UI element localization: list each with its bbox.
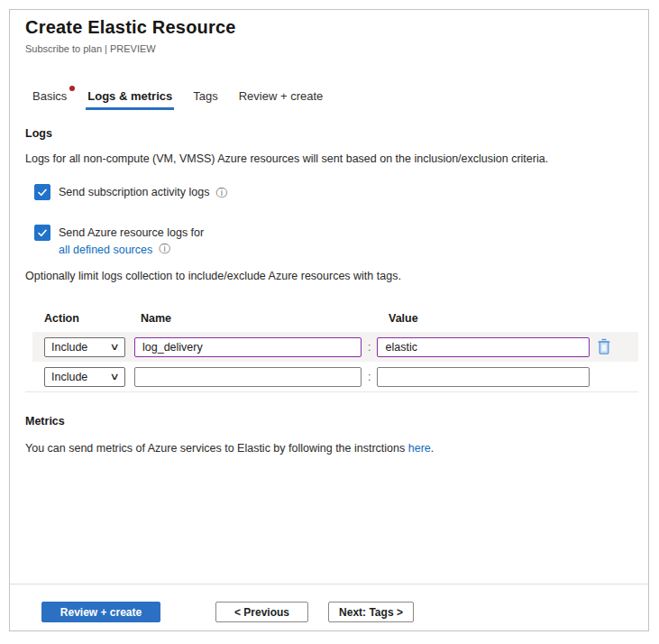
activity-logs-label: Send subscription activity logs xyxy=(59,184,209,198)
tag-filter-row: Include ∨ : xyxy=(32,363,638,391)
metrics-section-heading: Metrics xyxy=(25,415,65,428)
action-select-value: Include xyxy=(51,371,87,383)
tag-filter-row: Include ∨ : xyxy=(32,332,638,362)
resource-logs-checkbox-row: Send Azure resource logs for all defined… xyxy=(34,225,204,257)
resource-logs-checkbox[interactable] xyxy=(34,225,50,241)
name-value-separator: : xyxy=(368,341,371,354)
tag-name-input[interactable] xyxy=(134,337,362,357)
screenshot-root: Create Elastic Resource Subscribe to pla… xyxy=(0,0,659,644)
tab-review-create-label: Review + create xyxy=(239,89,324,103)
info-icon[interactable]: ⓘ xyxy=(215,184,227,201)
activity-logs-checkbox[interactable] xyxy=(34,184,50,200)
activity-logs-checkbox-row: Send subscription activity logs ⓘ xyxy=(34,184,227,201)
error-dot-icon xyxy=(69,86,75,91)
footer-divider xyxy=(10,584,648,584)
tab-tags[interactable]: Tags xyxy=(191,89,219,110)
delete-row-button[interactable] xyxy=(597,338,611,355)
name-value-separator: : xyxy=(368,371,371,383)
info-icon[interactable]: ⓘ xyxy=(159,242,170,257)
logs-description: Logs for all non-compute (VM, VMSS) Azur… xyxy=(25,152,548,165)
action-select[interactable]: Include ∨ xyxy=(44,337,125,357)
tab-bar: Basics Logs & metrics Tags Review + crea… xyxy=(31,89,325,110)
page-subtitle: Subscribe to plan | PREVIEW xyxy=(25,43,156,54)
tag-value-input[interactable] xyxy=(377,367,590,387)
section-divider xyxy=(25,391,638,392)
tab-logs-metrics-label: Logs & metrics xyxy=(87,89,172,103)
tab-basics-label: Basics xyxy=(32,89,67,103)
column-header-action: Action xyxy=(44,312,79,325)
tag-name-input[interactable] xyxy=(134,367,362,387)
trash-icon xyxy=(597,338,611,355)
tab-logs-metrics[interactable]: Logs & metrics xyxy=(86,89,174,110)
column-header-value: Value xyxy=(389,312,418,325)
metrics-description: You can send metrics of Azure services t… xyxy=(25,442,434,455)
resource-logs-label: Send Azure resource logs for xyxy=(59,225,204,239)
tab-review-create[interactable]: Review + create xyxy=(237,89,325,110)
review-create-button[interactable]: Review + create xyxy=(41,602,160,622)
create-elastic-resource-panel: Create Elastic Resource Subscribe to pla… xyxy=(9,9,649,631)
metrics-description-period: . xyxy=(431,442,434,455)
chevron-down-icon: ∨ xyxy=(109,371,119,382)
check-icon xyxy=(37,227,48,238)
tab-tags-label: Tags xyxy=(193,89,217,103)
tab-basics[interactable]: Basics xyxy=(31,89,69,110)
column-header-name: Name xyxy=(141,312,171,325)
action-select-value: Include xyxy=(51,341,87,354)
tags-hint-text: Optionally limit logs collection to incl… xyxy=(25,270,401,282)
next-tags-button[interactable]: Next: Tags > xyxy=(328,602,414,622)
previous-button[interactable]: < Previous xyxy=(215,602,308,622)
metrics-description-text: You can send metrics of Azure services t… xyxy=(25,442,408,455)
all-defined-sources-link[interactable]: all defined sources xyxy=(59,244,152,256)
metrics-here-link[interactable]: here xyxy=(408,442,431,455)
tag-value-input[interactable] xyxy=(377,337,590,357)
check-icon xyxy=(37,187,48,198)
chevron-down-icon: ∨ xyxy=(109,341,119,353)
page-title: Create Elastic Resource xyxy=(25,17,236,38)
logs-section-heading: Logs xyxy=(25,127,52,140)
action-select[interactable]: Include ∨ xyxy=(44,367,125,387)
